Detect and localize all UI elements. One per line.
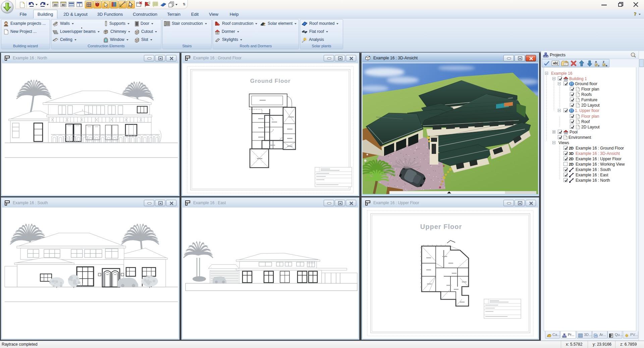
svg-text:a: a — [606, 64, 607, 67]
svg-text:Z: Z — [603, 60, 604, 63]
svg-text:?: ? — [634, 11, 637, 17]
svg-text:Upper Floor: Upper Floor — [420, 223, 462, 230]
svg-text:A: A — [595, 60, 597, 63]
svg-text:Ground Floor: Ground Floor — [250, 78, 291, 84]
svg-text:3D: 3D — [61, 3, 65, 7]
svg-text:2D: 2D — [53, 3, 57, 7]
svg-text:z: z — [598, 64, 599, 67]
